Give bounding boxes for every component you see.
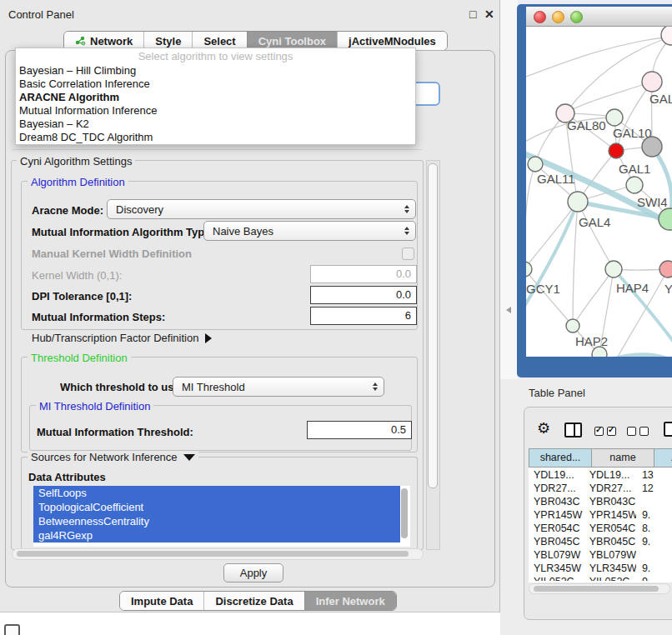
- network-edge[interactable]: [526, 269, 573, 326]
- control-panel: Control Panel □ ✕ NetworkStyleSelectCyni…: [0, 0, 500, 612]
- network-edge[interactable]: [526, 37, 671, 77]
- algorithm-option-bayesian-k2[interactable]: Bayesian – K2: [16, 118, 415, 131]
- close-icon[interactable]: ✕: [484, 8, 494, 21]
- attribute-selfloops[interactable]: SelfLoops: [33, 486, 400, 500]
- float-window-icon[interactable]: □: [469, 8, 476, 21]
- table-row[interactable]: YIL052CYIL052C9: [529, 575, 672, 581]
- dpi-tolerance-input[interactable]: 0.0: [310, 286, 417, 304]
- network-node[interactable]: [592, 347, 607, 357]
- network-view[interactable]: GALGAL80GAL10GAL1GAL11GAL4SWI4GCY1HAP4YH…: [526, 27, 672, 357]
- which-threshold-label: Which threshold to use:: [60, 381, 183, 393]
- splitter-collapse-arrow[interactable]: [506, 307, 511, 313]
- network-canvas[interactable]: GALGAL80GAL10GAL1GAL11GAL4SWI4GCY1HAP4YH…: [526, 27, 672, 357]
- attribute-betweennesscentrality[interactable]: BetweennessCentrality: [33, 514, 400, 528]
- tab-infer-network[interactable]: Infer Network: [304, 592, 396, 610]
- tab-discretize-data[interactable]: Discretize Data: [203, 592, 303, 610]
- network-window-titlebar[interactable]: [526, 7, 672, 27]
- minimize-traffic-light-icon[interactable]: [552, 11, 564, 23]
- column-header-a[interactable]: A: [654, 448, 672, 468]
- network-node-gal[interactable]: [642, 72, 662, 92]
- algorithm-option-aracne-algorithm[interactable]: ARACNE Algorithm: [16, 91, 415, 104]
- algorithm-placeholder: Select algorithm to view settings: [16, 48, 415, 64]
- mi-steps-label: Mutual Information Steps:: [32, 311, 165, 323]
- table-row[interactable]: YER054CYER054C8.: [529, 522, 672, 535]
- network-node-gal4[interactable]: [568, 192, 588, 212]
- network-node-gcy1[interactable]: [526, 262, 532, 277]
- network-edge[interactable]: [573, 202, 578, 326]
- tab-impute-data-label: Impute Data: [131, 595, 193, 608]
- vertical-scrollbar-thumb[interactable]: [428, 163, 438, 488]
- mi-threshold-input[interactable]: 0.5: [307, 421, 412, 439]
- table-scrollbar-thumb[interactable]: [534, 586, 659, 592]
- close-traffic-light-icon[interactable]: [534, 11, 546, 23]
- table-body: YDL19...YDL19...13YDR27...YDR27...12YBR0…: [529, 468, 672, 581]
- settings-vertical-scrollbar[interactable]: [426, 160, 440, 550]
- network-node[interactable]: [609, 143, 624, 158]
- table-cell: 9: [636, 575, 672, 581]
- table-row[interactable]: YDL19...YDL19...13: [529, 468, 672, 482]
- list-scrollbar[interactable]: [401, 488, 408, 538]
- network-node-hap4[interactable]: [605, 261, 622, 278]
- gear-icon[interactable]: ⚙: [537, 421, 550, 436]
- network-node-gal10[interactable]: [606, 109, 623, 126]
- network-node[interactable]: [661, 27, 672, 45]
- network-edge[interactable]: [526, 164, 535, 269]
- split-column-icon[interactable]: [564, 422, 582, 438]
- table-row[interactable]: YLR345WYLR345W9.: [529, 562, 672, 575]
- select-all-rows-icon[interactable]: [594, 426, 619, 438]
- table-cell: [636, 495, 672, 508]
- network-node-gal11[interactable]: [528, 157, 543, 172]
- table-cell: 9.: [636, 535, 672, 548]
- horizontal-scrollbar-thumb[interactable]: [17, 551, 409, 557]
- control-panel-title: Control Panel: [8, 8, 74, 21]
- network-edge[interactable]: [573, 269, 614, 326]
- deselect-all-rows-icon[interactable]: [627, 426, 652, 438]
- attribute-topologicalcoefficient[interactable]: TopologicalCoefficient: [33, 500, 400, 514]
- table-horizontal-scrollbar[interactable]: [529, 583, 670, 594]
- aracne-mode-select[interactable]: Discovery: [107, 199, 416, 219]
- zoom-traffic-light-icon[interactable]: [570, 11, 583, 23]
- algorithm-option-bayesian-hill-climbing[interactable]: Bayesian – Hill Climbing: [16, 64, 415, 78]
- mi-steps-input[interactable]: 6: [310, 307, 417, 325]
- table-row[interactable]: YDR27...YDR27...12: [529, 482, 672, 495]
- manual-kernel-width-checkbox[interactable]: [402, 248, 414, 260]
- table-row[interactable]: YPR145WYPR145W9.: [529, 508, 672, 522]
- table-row[interactable]: YBR045CYBR045C9.: [529, 535, 672, 548]
- table-function-icon[interactable]: [664, 422, 672, 437]
- hub-definition-expander[interactable]: Hub/Transcription Factor Definition: [32, 332, 212, 344]
- column-header-shared[interactable]: shared...: [529, 448, 592, 468]
- algorithm-definition-title: Algorithm Definition: [28, 176, 128, 188]
- attribute-gal4rgexp[interactable]: gal4RGexp: [33, 528, 400, 542]
- apply-button[interactable]: Apply: [223, 563, 283, 582]
- table-cell: 13: [636, 468, 672, 482]
- table-cell: YDR27...: [583, 482, 636, 495]
- network-edge-thick[interactable]: [526, 202, 578, 314]
- panel-splitter[interactable]: [499, 0, 518, 379]
- network-edge[interactable]: [578, 202, 614, 269]
- column-header-name[interactable]: name: [592, 448, 654, 468]
- hub-definition-label: Hub/Transcription Factor Definition: [32, 332, 198, 344]
- network-node[interactable]: [659, 208, 672, 230]
- network-node[interactable]: [642, 137, 662, 157]
- table-row[interactable]: YBL079WYBL079W: [529, 548, 672, 562]
- sources-collapser[interactable]: Sources for Network Inference: [28, 451, 198, 463]
- network-node-swi4[interactable]: [626, 177, 643, 193]
- algorithm-option-dream8-dc-tdc-algorithm[interactable]: Dream8 DC_TDC Algorithm: [16, 131, 415, 144]
- settings-horizontal-scrollbar[interactable]: [12, 548, 424, 560]
- network-node-y[interactable]: [659, 261, 672, 278]
- tab-select-label: Select: [203, 35, 235, 48]
- panel-dock-icon[interactable]: [4, 624, 20, 635]
- table-row[interactable]: YBR043CYBR043C: [529, 495, 672, 508]
- which-threshold-value: MI Threshold: [182, 381, 245, 393]
- sources-title: Sources for Network Inference: [31, 451, 178, 463]
- network-node-hap2[interactable]: [566, 319, 579, 332]
- algorithm-option-mutual-information-inference[interactable]: Mutual Information Inference: [16, 104, 415, 118]
- tab-impute-data[interactable]: Impute Data: [120, 592, 203, 610]
- mi-algorithm-type-select[interactable]: Naive Bayes: [203, 221, 416, 241]
- kernel-width-input[interactable]: 0.0: [310, 265, 417, 283]
- network-edge-thick[interactable]: [576, 355, 672, 357]
- collapse-down-icon: [183, 454, 195, 461]
- tab-style-label: Style: [155, 35, 181, 48]
- which-threshold-select[interactable]: MI Threshold: [173, 377, 384, 397]
- algorithm-option-basic-correlation-inference[interactable]: Basic Correlation Inference: [16, 78, 415, 91]
